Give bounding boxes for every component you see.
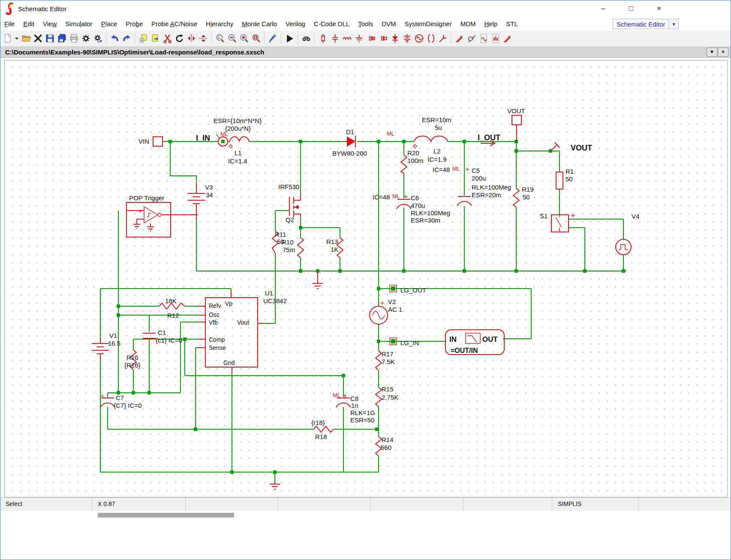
place-diode-button[interactable] xyxy=(389,33,401,45)
schematic-label[interactable]: + xyxy=(465,166,469,173)
zoom-fit-button[interactable] xyxy=(250,33,262,45)
schematic-label[interactable]: OUT xyxy=(482,335,498,343)
place-ac-source-button[interactable] xyxy=(413,33,425,45)
schematic-label[interactable]: ESR=30m xyxy=(411,217,440,224)
schematic-label[interactable]: Vp xyxy=(225,300,232,307)
schematic-label[interactable]: IRF530 xyxy=(278,183,299,190)
schematic-label[interactable]: 16.5 xyxy=(108,340,120,347)
schematic-label[interactable]: 100m xyxy=(407,157,424,164)
schematic-label[interactable]: 5u xyxy=(435,124,442,131)
schematic-label[interactable]: ML xyxy=(452,166,460,172)
schematic-label[interactable]: AC 1 xyxy=(388,306,402,313)
schematic-label[interactable]: 50 xyxy=(566,175,573,183)
schematic-label[interactable]: D1 xyxy=(346,128,354,135)
menu-systemdesigner[interactable]: SystemDesigner xyxy=(400,18,456,29)
schematic-label[interactable]: UC3842 xyxy=(263,297,287,304)
schematic-label[interactable]: RLK=100Meg xyxy=(472,184,511,191)
print-button[interactable] xyxy=(68,33,80,45)
menu-mdm[interactable]: MDM xyxy=(456,18,480,29)
diode-symbol[interactable] xyxy=(347,136,355,147)
inductor-symbol[interactable] xyxy=(230,136,448,142)
schematic-label[interactable]: I_IN xyxy=(196,134,210,142)
schematic-label[interactable]: 2.75K xyxy=(382,394,398,401)
schematic-label[interactable]: Gnd xyxy=(223,359,235,366)
battery-symbol[interactable] xyxy=(92,193,205,354)
close-schematic-button[interactable] xyxy=(32,33,44,45)
ground-symbol[interactable] xyxy=(133,222,323,489)
schematic-label[interactable]: =OUT/IN xyxy=(451,347,478,354)
schematic-label[interactable]: Refv xyxy=(209,302,221,309)
schematic-label[interactable]: V1 xyxy=(109,332,117,339)
schematic-label[interactable]: 200u xyxy=(472,175,486,182)
run-simulation-button[interactable] xyxy=(283,33,295,45)
voltage-probe-vout[interactable] xyxy=(551,142,560,150)
pathbar-close-button[interactable]: × xyxy=(718,48,728,57)
schematic-label[interactable]: LG_IN xyxy=(400,339,419,346)
maximize-button[interactable]: □ xyxy=(621,2,641,15)
schematic-label[interactable]: 560 xyxy=(381,444,391,451)
schematic-label[interactable]: R11 xyxy=(275,231,286,238)
schematic-label[interactable]: V3 xyxy=(205,184,213,191)
voltage-probe-button[interactable] xyxy=(454,33,466,45)
draw-wire-button[interactable] xyxy=(267,33,279,45)
zoom-out-button[interactable] xyxy=(226,33,238,45)
schematic-label[interactable]: ESR=10m xyxy=(422,116,451,123)
close-button[interactable]: × xyxy=(649,2,669,15)
schematic-label[interactable]: POP Trigger xyxy=(129,194,164,202)
mosfet-symbol[interactable] xyxy=(289,193,301,217)
menu-edit[interactable]: Edit xyxy=(19,18,39,29)
schematic-label[interactable]: VIN xyxy=(138,138,149,145)
menu-dvm[interactable]: DVM xyxy=(377,18,400,29)
schematic-drawing[interactable]: VINI_INMLESR={10m*N*N}{200u*N}L1IC=1.4V3… xyxy=(5,60,727,497)
place-nmos-button[interactable] xyxy=(365,33,377,45)
schematic-label[interactable]: ESR=20m xyxy=(472,191,501,199)
switch-s1[interactable] xyxy=(551,215,569,232)
menu-stl[interactable]: STL xyxy=(502,18,522,29)
schematic-label[interactable]: S1 xyxy=(540,212,547,220)
resistor-r1[interactable] xyxy=(556,172,563,189)
schematic-label[interactable]: BYW80-200 xyxy=(332,150,367,157)
menu-verilog[interactable]: Verilog xyxy=(281,18,310,29)
schematic-label[interactable]: 1n xyxy=(351,402,358,409)
menu-help[interactable]: Help xyxy=(480,18,502,29)
paste-button[interactable] xyxy=(149,33,161,45)
probe-button[interactable] xyxy=(502,33,514,45)
copy-button[interactable] xyxy=(137,33,149,45)
schematic-label[interactable]: R19 xyxy=(522,186,534,193)
cut-button[interactable] xyxy=(161,33,173,45)
schematic-label[interactable]: R18 xyxy=(315,433,327,440)
schematic-label[interactable]: L2 xyxy=(433,148,441,155)
schematic-label[interactable]: Vout xyxy=(237,319,249,326)
menu-place[interactable]: Place xyxy=(97,18,122,29)
menu-simulator[interactable]: Simulator xyxy=(61,18,96,29)
menu-file[interactable]: File xyxy=(0,18,19,29)
menu-tools[interactable]: Tools xyxy=(354,18,377,29)
zoom-in-button[interactable] xyxy=(238,33,250,45)
schematic-label[interactable]: Sense xyxy=(209,344,226,351)
place-resistor-button[interactable] xyxy=(317,33,329,45)
schematic-label[interactable]: RLK=100Meg xyxy=(411,209,450,217)
terminal-vout[interactable] xyxy=(512,115,521,125)
schematic-label[interactable]: IN xyxy=(449,335,457,343)
schematic-label[interactable]: R14 xyxy=(382,436,394,443)
redo-button[interactable] xyxy=(120,33,132,45)
schematic-label[interactable]: {R16} xyxy=(124,361,141,369)
current-probe-button[interactable] xyxy=(466,33,478,45)
find-button[interactable] xyxy=(300,33,312,45)
menu-view[interactable]: View xyxy=(39,18,61,29)
schematic-label[interactable]: C7 xyxy=(116,394,124,401)
terminal-vin[interactable] xyxy=(153,137,162,146)
schematic-label[interactable]: V2 xyxy=(388,298,396,305)
schematic-label[interactable]: VOUT xyxy=(507,107,525,114)
schematic-label[interactable]: RLK=1G xyxy=(350,409,375,416)
schematic-label[interactable]: ML xyxy=(392,193,400,199)
menu-hierarchy[interactable]: Hierarchy xyxy=(202,18,238,29)
schematic-label[interactable]: R20 xyxy=(407,149,419,157)
schematic-label[interactable]: {C7} IC=0 xyxy=(114,402,141,409)
open-schematic-button[interactable] xyxy=(20,33,32,45)
schematic-label[interactable]: + xyxy=(571,211,575,220)
schematic-label[interactable]: R10 xyxy=(282,238,294,246)
menu-monte-carlo[interactable]: Monte Carlo xyxy=(238,18,281,29)
simulator-options-button[interactable] xyxy=(92,33,104,45)
new-file-button[interactable] xyxy=(2,33,14,45)
